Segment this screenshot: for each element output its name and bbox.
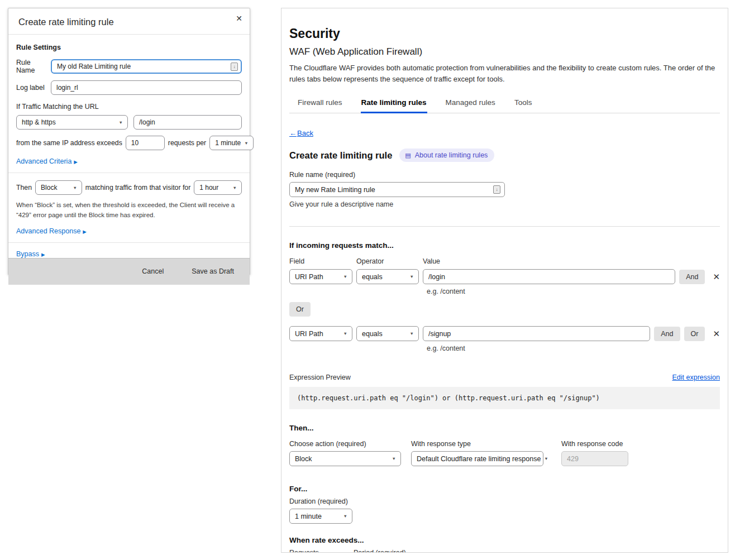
then-heading: Then... (289, 424, 720, 432)
response-code-label: With response code (561, 440, 628, 448)
rule-settings-heading: Rule Settings (16, 44, 242, 51)
response-type-column: With response type Default Cloudflare ra… (411, 432, 543, 466)
choose-action-select[interactable]: Block ▼ (289, 451, 401, 466)
bypass-link[interactable]: Bypass ▶ (16, 250, 45, 258)
page-title: Security (289, 26, 720, 41)
tab-rate-limiting-rules[interactable]: Rate limiting rules (361, 93, 427, 113)
choose-action-value: Block (295, 455, 312, 463)
page-subtitle: WAF (Web Application Firewall) (289, 46, 720, 58)
and-button[interactable]: And (679, 270, 705, 284)
operator-select[interactable]: equals ▼ (356, 326, 419, 341)
back-link[interactable]: ←Back (289, 129, 313, 137)
duration-select[interactable]: 1 minute ▼ (289, 509, 352, 524)
threshold-middle-text: requests per (168, 139, 206, 147)
back-arrow-icon: ← (289, 129, 297, 137)
block-note-text: When “Block” is set, when the threshold … (16, 200, 242, 221)
response-code-input (561, 451, 628, 466)
block-duration-value: 1 hour (199, 184, 218, 192)
tab-firewall-rules[interactable]: Firewall rules (297, 93, 343, 113)
expression-preview-label: Expression Preview (289, 374, 351, 381)
log-label-input[interactable] (51, 80, 242, 95)
requests-input[interactable] (126, 136, 165, 150)
about-badge-label: About rate limiting rules (415, 151, 488, 159)
caret-down-icon: ▼ (410, 274, 414, 279)
condition-column-labels: Field Operator Value (289, 257, 720, 265)
log-label-row: Log label (16, 80, 242, 95)
remove-condition-icon[interactable]: ✕ (713, 272, 720, 282)
rule-name-row: Rule Name ↓ (16, 59, 242, 74)
operator-select-value: equals (362, 273, 383, 281)
action-column: Choose action (required) Block ▼ (289, 432, 401, 466)
autofill-icon[interactable]: ↓ (493, 185, 500, 194)
operator-column-label: Operator (356, 257, 419, 265)
doc-icon: ▤ (405, 152, 411, 159)
value-input[interactable] (423, 269, 675, 284)
edit-expression-link[interactable]: Edit expression (672, 374, 720, 381)
field-select[interactable]: URI Path ▼ (289, 269, 352, 284)
advanced-criteria-link[interactable]: Advanced Criteria ▶ (16, 157, 78, 165)
response-type-value: Default Cloudflare rate limiting respons… (417, 455, 541, 463)
threshold-row: from the same IP address exceeds request… (16, 136, 242, 150)
disclosure-right-icon: ▶ (74, 159, 78, 165)
or-button[interactable]: Or (684, 327, 705, 341)
action-select[interactable]: Block ▼ (35, 180, 82, 195)
value-input[interactable] (423, 326, 650, 341)
operator-select[interactable]: equals ▼ (356, 269, 419, 284)
advanced-response-link[interactable]: Advanced Response ▶ (16, 227, 87, 235)
response-code-column: With response code (561, 432, 628, 466)
then-columns: Choose action (required) Block ▼ With re… (289, 432, 720, 466)
period-label: Period (required) (354, 549, 406, 553)
tab-tools[interactable]: Tools (514, 93, 533, 113)
then-row: Then Block ▼ matching traffic from that … (16, 180, 242, 195)
tab-managed-rules[interactable]: Managed rules (445, 93, 496, 113)
dialog-footer: Cancel Save as Draft (8, 258, 250, 285)
duration-label: Duration (required) (289, 497, 720, 505)
choose-action-label: Choose action (required) (289, 440, 401, 448)
response-type-select[interactable]: Default Cloudflare rate limiting respons… (411, 451, 543, 466)
page-description: The Cloudflare WAF provides both automat… (289, 63, 720, 84)
or-connector-button[interactable]: Or (289, 302, 311, 317)
autofill-icon[interactable]: ↓ (231, 63, 238, 71)
about-rate-limiting-badge[interactable]: ▤ About rate limiting rules (399, 149, 494, 162)
field-select[interactable]: URI Path ▼ (289, 326, 352, 341)
field-column-label: Field (289, 257, 352, 265)
rule-name-input[interactable] (51, 59, 242, 74)
rule-name-label: Rule name (required) (289, 171, 720, 179)
rule-name-helper: Give your rule a descriptive name (289, 200, 720, 208)
then-middle-text: matching traffic from that visitor for (85, 184, 190, 192)
close-icon[interactable]: ✕ (236, 14, 242, 23)
cancel-button[interactable]: Cancel (139, 267, 167, 276)
create-rate-limiting-rule-dialog: Create rate limiting rule ✕ Rule Setting… (8, 8, 250, 275)
divider (8, 173, 250, 173)
scheme-select[interactable]: http & https ▼ (16, 115, 128, 130)
field-select-value: URI Path (295, 273, 323, 281)
match-heading: If incoming requests match... (289, 241, 720, 250)
period-select[interactable]: 1 minute ▼ (209, 136, 253, 150)
action-select-value: Block (41, 184, 57, 192)
remove-condition-icon[interactable]: ✕ (713, 329, 720, 339)
rate-labels-row: Requests (required) Period (required) (289, 549, 720, 553)
url-input[interactable] (133, 115, 242, 130)
condition-row: URI Path ▼ equals ▼ And Or ✕ (289, 326, 720, 341)
expression-code: (http.request.uri.path eq "/login") or (… (289, 387, 720, 409)
rule-name-label: Rule Name (16, 59, 51, 74)
advanced-response-label: Advanced Response (16, 227, 80, 235)
then-label: Then (16, 184, 32, 192)
block-duration-select[interactable]: 1 hour ▼ (194, 180, 242, 195)
caret-down-icon: ▼ (233, 185, 237, 190)
value-helper: e.g. /content (427, 344, 720, 352)
for-heading: For... (289, 485, 720, 493)
scheme-select-value: http & https (22, 118, 56, 126)
value-column-label: Value (423, 257, 440, 265)
and-button[interactable]: And (654, 327, 680, 341)
caret-down-icon: ▼ (73, 185, 77, 190)
section-divider (289, 226, 720, 227)
save-draft-button[interactable]: Save as Draft (188, 267, 237, 276)
threshold-prefix-text: from the same IP address exceeds (16, 139, 122, 147)
rule-name-input[interactable] (289, 182, 505, 197)
dialog-title: Create rate limiting rule (18, 17, 114, 27)
caret-down-icon: ▼ (410, 331, 414, 336)
dialog-header: Create rate limiting rule ✕ (8, 8, 250, 35)
period-select-value: 1 minute (215, 139, 241, 147)
log-label-input-wrap (51, 80, 242, 95)
